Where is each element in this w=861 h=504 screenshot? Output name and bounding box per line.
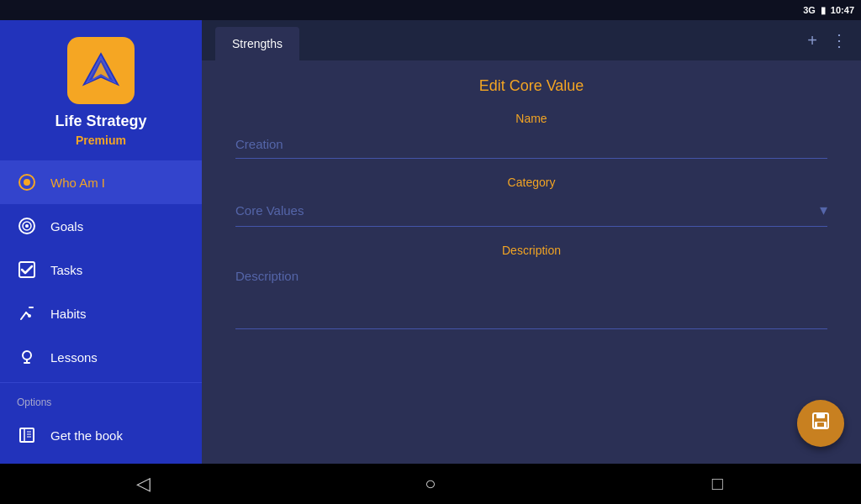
sidebar-item-lessons[interactable]: Lessons bbox=[0, 335, 202, 379]
sidebar-item-who-am-i[interactable]: Who Am I bbox=[0, 160, 202, 204]
who-am-i-label: Who Am I bbox=[50, 176, 105, 190]
back-button[interactable]: ◁ bbox=[119, 464, 169, 504]
book-icon bbox=[17, 425, 37, 445]
svg-rect-16 bbox=[20, 428, 34, 442]
goals-label: Goals bbox=[50, 219, 83, 234]
top-bar-tabs: Strengths bbox=[215, 20, 299, 60]
sidebar-item-get-book[interactable]: Get the book bbox=[0, 413, 202, 457]
category-select[interactable]: Core Values ▾ bbox=[235, 194, 827, 227]
options-header: Options bbox=[0, 386, 202, 413]
svg-point-7 bbox=[25, 224, 29, 228]
svg-line-9 bbox=[21, 312, 26, 319]
who-am-i-icon bbox=[17, 172, 37, 192]
category-field-label: Core Values bbox=[235, 203, 304, 218]
description-field[interactable]: Description bbox=[235, 262, 827, 329]
tasks-label: Tasks bbox=[50, 263, 82, 277]
add-button[interactable]: + bbox=[807, 31, 817, 50]
goals-icon bbox=[17, 216, 37, 236]
more-button[interactable]: ⋮ bbox=[831, 30, 848, 50]
recent-button[interactable]: □ bbox=[692, 464, 742, 504]
sidebar-item-tasks[interactable]: Tasks bbox=[0, 248, 202, 291]
content-area: Strengths + ⋮ Edit Core Value Name Categ… bbox=[202, 20, 861, 464]
app-subtitle: Premium bbox=[76, 134, 126, 147]
habits-label: Habits bbox=[50, 307, 87, 321]
sidebar: Life Strategy Premium Who Am I bbox=[0, 20, 202, 464]
tab-strengths[interactable]: Strengths bbox=[215, 27, 299, 60]
form-title: Edit Core Value bbox=[235, 77, 827, 95]
home-button[interactable]: ○ bbox=[405, 464, 456, 504]
app-logo bbox=[67, 37, 135, 104]
form-area: Edit Core Value Name Category Core Value… bbox=[202, 60, 861, 464]
sidebar-divider bbox=[0, 382, 202, 383]
name-input[interactable] bbox=[235, 130, 827, 159]
svg-rect-24 bbox=[817, 423, 824, 427]
svg-rect-22 bbox=[816, 413, 825, 418]
status-bar: 3G ▮ 10:47 bbox=[0, 0, 861, 20]
svg-point-13 bbox=[23, 351, 31, 360]
sidebar-item-habits[interactable]: Habits bbox=[0, 291, 202, 335]
lessons-label: Lessons bbox=[50, 350, 98, 365]
habits-icon bbox=[17, 303, 37, 323]
description-section-label: Description bbox=[235, 244, 827, 257]
app-title: Life Strategy bbox=[55, 113, 146, 130]
app-logo-area: Life Strategy Premium bbox=[0, 20, 202, 160]
top-bar: Strengths + ⋮ bbox=[202, 20, 861, 60]
category-section-label: Category bbox=[235, 176, 827, 189]
get-book-label: Get the book bbox=[50, 428, 123, 443]
chevron-down-icon: ▾ bbox=[820, 201, 827, 219]
bottom-nav: ◁ ○ □ bbox=[0, 464, 861, 504]
svg-point-4 bbox=[24, 179, 30, 186]
name-section-label: Name bbox=[235, 112, 827, 125]
battery-indicator: ▮ bbox=[821, 5, 826, 16]
save-fab[interactable] bbox=[797, 400, 844, 447]
signal-indicator: 3G bbox=[803, 5, 816, 15]
time-display: 10:47 bbox=[831, 5, 854, 15]
tasks-icon bbox=[17, 260, 37, 280]
svg-point-12 bbox=[28, 314, 31, 318]
sidebar-item-goals[interactable]: Goals bbox=[0, 204, 202, 248]
nav-items: Who Am I Goals bbox=[0, 160, 202, 464]
lessons-icon bbox=[17, 347, 37, 367]
top-bar-actions: + ⋮ bbox=[807, 30, 848, 50]
save-icon bbox=[811, 411, 831, 436]
main-area: Life Strategy Premium Who Am I bbox=[0, 20, 861, 464]
